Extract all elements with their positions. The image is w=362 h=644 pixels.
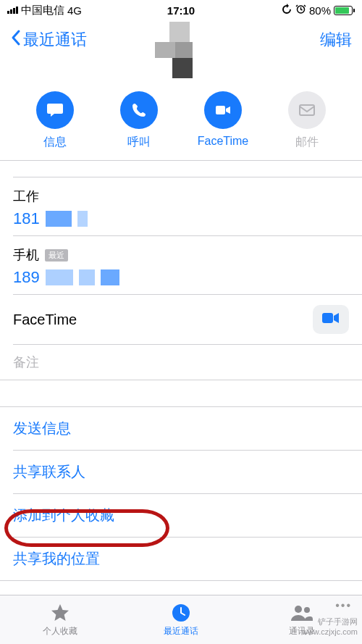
video-icon xyxy=(321,311,340,328)
phone-number-prefix: 181 xyxy=(13,209,40,228)
alarm-icon xyxy=(295,4,306,17)
more-icon: ••• xyxy=(335,599,352,612)
back-label: 最近通话 xyxy=(23,29,87,51)
divider xyxy=(0,580,362,581)
message-label: 信息 xyxy=(43,135,67,150)
svg-point-6 xyxy=(304,607,310,613)
edit-button[interactable]: 编辑 xyxy=(320,29,352,51)
send-message-link[interactable]: 发送信息 xyxy=(0,407,362,450)
watermark-line1: 铲子手游网 xyxy=(302,616,358,627)
clock-icon xyxy=(170,602,192,624)
mail-label: 邮件 xyxy=(295,135,319,150)
status-right: 80% xyxy=(281,4,355,17)
svg-rect-1 xyxy=(216,106,225,114)
phone-number-prefix: 189 xyxy=(13,268,40,287)
status-left: 中国电信 4G xyxy=(7,4,82,17)
facetime-row: FaceTime xyxy=(0,295,362,344)
share-contact-link[interactable]: 共享联系人 xyxy=(0,451,362,493)
mail-button: 邮件 xyxy=(274,91,340,150)
carrier-label: 中国电信 xyxy=(21,4,64,17)
svg-rect-3 xyxy=(322,313,333,323)
tab-label: 个人收藏 xyxy=(43,625,77,637)
clock: 17:10 xyxy=(167,4,195,17)
call-button[interactable]: 呼叫 xyxy=(106,91,172,150)
phone-work-row[interactable]: 工作 181 xyxy=(0,177,362,235)
network-label: 4G xyxy=(67,4,82,17)
phone-label: 手机 xyxy=(13,246,39,264)
recent-badge: 最近 xyxy=(45,249,68,262)
censored-block xyxy=(77,211,88,227)
svg-rect-2 xyxy=(300,105,314,115)
battery-pct: 80% xyxy=(309,4,331,17)
svg-point-5 xyxy=(295,606,302,613)
star-icon xyxy=(49,602,71,624)
mail-icon xyxy=(288,91,326,129)
add-favorite-link[interactable]: 添加到个人收藏 xyxy=(0,494,362,537)
facetime-label: FaceTime xyxy=(198,135,249,148)
back-button[interactable]: 最近通话 xyxy=(10,29,87,51)
tab-recents[interactable]: 最近通话 xyxy=(145,602,217,637)
battery-icon xyxy=(334,6,355,15)
status-bar: 中国电信 4G 17:10 80% xyxy=(0,0,362,20)
rotation-lock-icon xyxy=(281,4,292,17)
watermark-line2: www.czjxjc.com xyxy=(302,627,358,637)
chevron-left-icon xyxy=(10,29,22,51)
censored-block xyxy=(79,269,95,285)
message-button[interactable]: 信息 xyxy=(22,91,88,150)
video-icon xyxy=(204,91,242,129)
censored-block xyxy=(101,269,119,285)
signal-icon xyxy=(7,7,18,14)
tab-favorites[interactable]: 个人收藏 xyxy=(24,602,96,637)
phone-icon xyxy=(120,91,158,129)
facetime-row-label: FaceTime xyxy=(13,311,77,328)
message-icon xyxy=(36,91,74,129)
action-row: 信息 呼叫 FaceTime 邮件 xyxy=(0,91,362,160)
censored-block xyxy=(46,269,73,285)
phone-mobile-row[interactable]: 手机 最近 189 xyxy=(0,236,362,294)
facetime-button[interactable]: FaceTime xyxy=(190,91,256,150)
phone-label: 工作 xyxy=(13,188,39,205)
watermark: 铲子手游网 www.czjxjc.com xyxy=(302,616,358,637)
facetime-video-button[interactable] xyxy=(313,305,349,334)
censored-block xyxy=(46,211,72,227)
call-label: 呼叫 xyxy=(127,135,151,150)
contact-avatar xyxy=(155,22,207,80)
share-location-link[interactable]: 共享我的位置 xyxy=(0,538,362,580)
tab-label: 最近通话 xyxy=(164,625,198,637)
notes-field[interactable]: 备注 xyxy=(0,345,362,380)
